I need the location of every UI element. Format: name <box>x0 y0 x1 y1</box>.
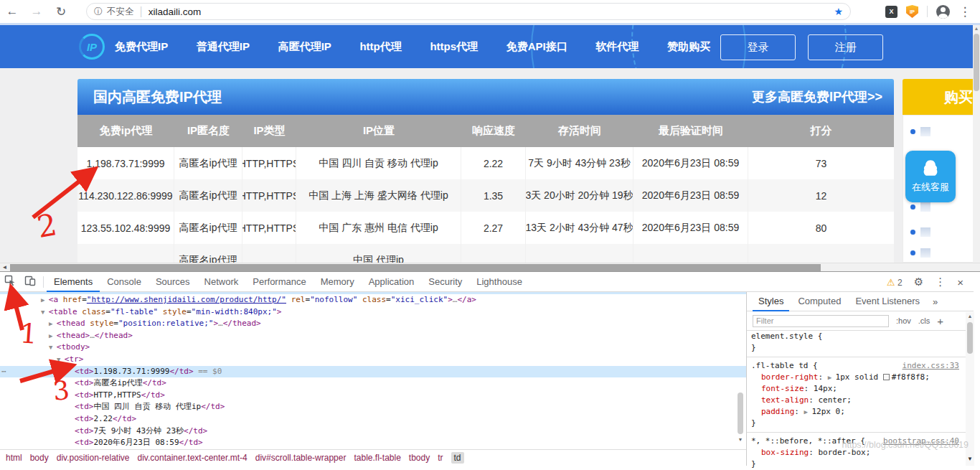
nav-item-free-proxy[interactable]: 免费代理IP <box>115 40 168 54</box>
css-property[interactable]: font-size: 14px; <box>747 383 974 395</box>
extension-x-icon[interactable]: X <box>885 6 897 18</box>
dom-tree-scrollbar[interactable]: ▼ <box>736 292 745 449</box>
tab-computed[interactable]: Computed <box>792 292 847 311</box>
scrollbar-thumb[interactable] <box>974 34 979 91</box>
dom-tree-line[interactable]: ▶ <thead style="position:relative;">…</t… <box>0 318 746 330</box>
nav-item-free-api[interactable]: 免费API接口 <box>507 40 567 54</box>
crumb-div[interactable]: div.position-relative <box>57 453 130 463</box>
tab-network[interactable]: Network <box>197 273 246 292</box>
crumb-tr[interactable]: tr <box>438 453 443 463</box>
css-line[interactable]: } <box>747 342 974 354</box>
css-line[interactable]: } <box>747 418 974 429</box>
table-row[interactable]: 114.230.122.86:9999 高匿名ip代理 HTTP,HTTPS 中… <box>77 179 894 212</box>
css-line[interactable]: element.style { <box>747 331 974 342</box>
crumb-scroll[interactable]: div#scroll.table-wrapper <box>255 453 347 463</box>
dom-tree-line[interactable]: ▼ <table class="fl-table" style="min-wid… <box>0 306 746 319</box>
bookmark-star-icon[interactable]: ★ <box>834 6 843 17</box>
page-horizontal-scrollbar[interactable]: ◄ <box>0 263 980 271</box>
nav-item-anon-proxy[interactable]: 高匿代理IP <box>278 40 331 54</box>
tab-lighthouse[interactable]: Lighthouse <box>469 273 529 292</box>
css-property[interactable]: padding: ▶ 12px 0; <box>747 406 974 418</box>
dom-tree-line[interactable]: <td>HTTP,HTTPS</td> <box>0 390 746 402</box>
crumb-container[interactable]: div.container.text-center.mt-4 <box>138 453 248 463</box>
profile-avatar[interactable] <box>936 5 950 19</box>
css-rule-header[interactable]: index.css:33.fl-table td { <box>747 360 974 372</box>
table-row-clipped[interactable]: 高匿名ip代理 中国 代理ip <box>77 244 894 263</box>
css-line[interactable]: } <box>747 459 974 470</box>
tab-memory[interactable]: Memory <box>314 273 362 292</box>
css-property[interactable]: box-sizing: border-box; <box>747 447 974 459</box>
nav-item-software-proxy[interactable]: 软件代理 <box>595 40 639 54</box>
device-toolbar-icon[interactable] <box>20 275 40 289</box>
dom-tree-line[interactable]: ▶ <thead>…</thead> <box>0 330 746 342</box>
crumb-html[interactable]: html <box>6 453 22 463</box>
clipped-text <box>920 127 930 136</box>
back-icon[interactable]: ← <box>0 4 24 19</box>
tab-styles[interactable]: Styles <box>753 292 789 311</box>
scroll-down-icon[interactable]: ▼ <box>966 456 974 462</box>
tab-elements[interactable]: Elements <box>47 273 100 292</box>
forward-icon[interactable]: → <box>24 4 49 19</box>
buy-panel-header[interactable]: 购买 <box>903 79 980 115</box>
scrollbar-thumb[interactable] <box>10 264 821 271</box>
cell-type <box>242 244 296 263</box>
scroll-up-icon[interactable]: ▲ <box>973 25 980 32</box>
css-property[interactable]: text-align: center; <box>747 395 974 406</box>
crumb-body[interactable]: body <box>30 453 49 463</box>
nav-item-https-proxy[interactable]: https代理 <box>430 40 478 54</box>
css-rule-header[interactable]: bootstrap.css:40*, *::before, *::after { <box>747 436 974 447</box>
scrollbar-thumb[interactable] <box>967 322 973 354</box>
dom-tree-line[interactable]: ▼ <tbody> <box>0 342 746 354</box>
extension-ip-icon[interactable]: IP <box>906 5 918 18</box>
dom-tree-line[interactable]: <td>2.22</td> <box>0 413 746 426</box>
warning-badge[interactable]: ⚠ 2 <box>887 277 903 288</box>
dom-tree-line[interactable]: ▶ <a href="http://www.shenjidaili.com/pr… <box>0 294 746 306</box>
tab-security[interactable]: Security <box>421 273 469 292</box>
site-logo[interactable]: IP <box>79 34 105 60</box>
new-style-rule-button[interactable]: + <box>937 315 943 327</box>
nav-item-sponsor[interactable]: 赞助购买 <box>667 40 710 54</box>
url-text[interactable]: xiladaili.com <box>149 6 202 17</box>
scroll-up-icon[interactable]: ▲ <box>966 314 974 319</box>
table-row[interactable]: 123.55.102.48:9999 高匿名ip代理 HTTP,HTTPS 中国… <box>77 212 894 244</box>
crumb-td-selected[interactable]: td <box>451 452 464 464</box>
toggle-hover-button[interactable]: :hov <box>896 316 911 325</box>
more-actions-icon[interactable]: ⋯ <box>1 366 7 378</box>
page-vertical-scrollbar[interactable]: ▲ <box>973 25 980 263</box>
refresh-icon[interactable]: ↻ <box>49 4 73 19</box>
styles-filter-input[interactable] <box>753 315 889 327</box>
more-proxies-link[interactable]: 更多高匿免费IP代理>> <box>752 88 882 105</box>
dom-tree-line[interactable]: <td>中国 四川 自贡 移动 代理ip</td> <box>0 401 746 413</box>
table-row[interactable]: 1.198.73.71:9999 高匿名ip代理 HTTP,HTTPS 中国 四… <box>77 147 894 179</box>
tab-application[interactable]: Application <box>362 273 422 292</box>
inspect-element-icon[interactable] <box>0 275 20 289</box>
dom-tree-line[interactable]: <td>7天 9小时 43分钟 23秒</td> <box>0 426 746 438</box>
tab-event-listeners[interactable]: Event Listeners <box>849 292 925 311</box>
scroll-down-icon[interactable]: ▼ <box>736 437 745 442</box>
qq-customer-service-button[interactable]: 在线客服 <box>905 151 956 202</box>
tab-sources[interactable]: Sources <box>149 273 197 292</box>
toggle-class-button[interactable]: .cls <box>918 316 930 325</box>
tab-console[interactable]: Console <box>100 273 149 292</box>
login-button[interactable]: 登录 <box>720 34 796 60</box>
scrollbar-thumb[interactable] <box>738 393 743 434</box>
dom-tree-line[interactable]: <td>高匿名ip代理</td> <box>0 377 746 390</box>
crumb-tbody[interactable]: tbody <box>409 453 430 463</box>
styles-scrollbar[interactable]: ▲ ▼ <box>966 312 974 466</box>
info-icon[interactable]: ⓘ <box>94 6 103 18</box>
crumb-table[interactable]: table.fl-table <box>354 453 400 463</box>
dom-tree-line-selected[interactable]: ⋯<td>1.198.73.71:9999</td> == $0 <box>0 366 746 378</box>
settings-gear-icon[interactable]: ⚙ <box>914 276 923 288</box>
devtools-menu-icon[interactable]: ⋮ <box>935 276 946 288</box>
browser-menu-icon[interactable]: ⋮ <box>958 4 971 19</box>
dom-tree-line[interactable]: <td>2020年6月23日 08:59</td> <box>0 437 746 449</box>
address-bar[interactable]: ⓘ 不安全 | xiladaili.com ★ <box>86 3 851 20</box>
dom-tree-line[interactable]: ▼ <tr> <box>0 354 746 366</box>
close-devtools-icon[interactable]: × <box>957 276 963 288</box>
nav-item-normal-proxy[interactable]: 普通代理IP <box>197 40 250 54</box>
tab-performance[interactable]: Performance <box>245 273 313 292</box>
nav-item-http-proxy[interactable]: http代理 <box>359 40 401 54</box>
css-property[interactable]: border-right: ▶ 1px solid #f8f8f8; <box>747 372 974 383</box>
register-button[interactable]: 注册 <box>808 34 883 60</box>
more-tabs-icon[interactable]: » <box>928 296 942 307</box>
